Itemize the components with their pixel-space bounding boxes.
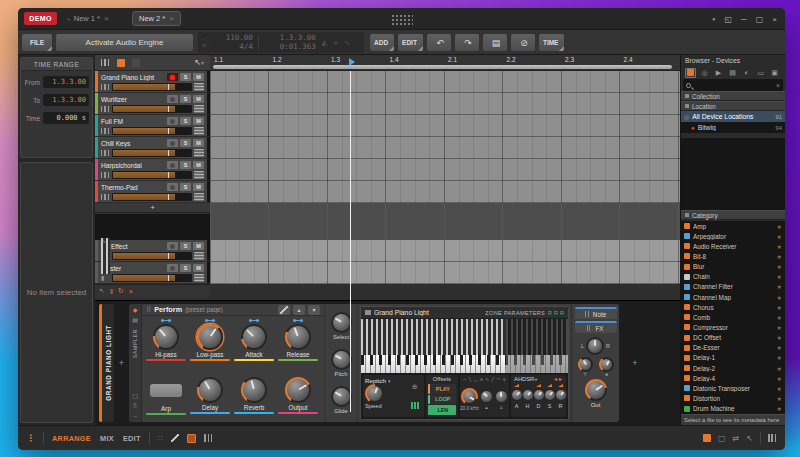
browser-source-icon[interactable]: ▤ <box>727 68 738 78</box>
volume-fader[interactable] <box>112 149 192 157</box>
solo-button[interactable]: S <box>180 161 191 169</box>
keyboard-zone-strip[interactable] <box>361 355 568 373</box>
track-row[interactable]: S1 Effect S M <box>95 240 210 262</box>
track-row[interactable]: Wurlitzer S M <box>95 93 210 115</box>
device-row[interactable]: Compressor ★ <box>681 322 785 332</box>
solo-button[interactable]: S <box>180 95 191 103</box>
volume-fader[interactable] <box>112 105 192 113</box>
favorite-star-icon[interactable]: ★ <box>777 283 782 290</box>
to-field[interactable]: 1.3.3.00 <box>43 94 89 106</box>
track-name[interactable]: Master <box>101 265 165 272</box>
resonance-knob[interactable] <box>481 391 492 402</box>
view-button[interactable]: EDIT <box>123 434 141 443</box>
macro-cell[interactable]: Release <box>276 317 320 368</box>
fx-chain-button[interactable]: FX <box>575 321 617 333</box>
page-down-button[interactable]: ▾ <box>308 305 320 315</box>
favorite-star-icon[interactable]: ★ <box>777 304 782 311</box>
record-arm-button[interactable] <box>167 161 178 169</box>
preset-folder-icon[interactable]: ▤ <box>132 317 138 323</box>
record-arm-button[interactable] <box>167 183 178 191</box>
favorite-star-icon[interactable]: ★ <box>777 294 782 301</box>
favorite-star-icon[interactable]: ★ <box>777 273 782 280</box>
track-row[interactable]: Harpsichordal S M <box>95 159 210 181</box>
favorite-star-icon[interactable]: ★ <box>777 365 782 372</box>
device-row[interactable]: Comb ★ <box>681 312 785 322</box>
device-enable-icon[interactable]: ◆ <box>133 307 138 313</box>
record-arm-button[interactable] <box>167 139 178 147</box>
view-button[interactable]: ARRANGE <box>52 434 91 443</box>
track-grip-icon[interactable] <box>101 59 110 66</box>
automation-toggle-icon[interactable] <box>117 59 125 67</box>
device-row[interactable]: Delay-2 ★ <box>681 363 785 373</box>
track-row[interactable]: Master S M <box>95 262 210 284</box>
tab-new2-active[interactable]: New 2 * × <box>132 11 181 26</box>
browser-source-icon[interactable]: ◐ <box>741 68 752 78</box>
view-button[interactable]: MIX <box>100 434 114 443</box>
collection-section-header[interactable]: Collection <box>681 91 785 101</box>
volume-fader[interactable] <box>112 127 192 135</box>
tempo-display[interactable]: 110.00 4/4 <box>211 34 253 51</box>
favorite-star-icon[interactable]: ★ <box>777 243 782 250</box>
macro-cell[interactable]: Arp <box>144 370 188 421</box>
solo-button[interactable]: S <box>180 117 191 125</box>
zone-bars-icon[interactable] <box>411 402 419 409</box>
global-knob[interactable] <box>333 314 350 331</box>
track-name[interactable]: Thermo-Pad <box>101 184 165 191</box>
volume-fader[interactable] <box>112 252 192 260</box>
zone-icon[interactable]: R <box>560 310 564 316</box>
pointer-tool-icon[interactable]: ↖▾ <box>194 58 204 67</box>
clear-search-icon[interactable]: × <box>776 82 780 89</box>
toolbar-button[interactable]: ▤ <box>483 34 507 51</box>
global-knob-cell[interactable]: Select <box>331 312 352 340</box>
tab-new1[interactable]: ▪ New 1 * × <box>62 11 115 26</box>
window-control-icon[interactable]: ● <box>712 16 716 22</box>
arranger-effect-lanes[interactable] <box>210 240 680 284</box>
close-icon[interactable]: × <box>129 288 133 295</box>
macro-knob[interactable] <box>243 379 265 401</box>
device-track-nameplate[interactable]: GRAND PIANO LIGHT <box>99 304 114 422</box>
output-gain-knob[interactable] <box>587 381 605 399</box>
track-name[interactable]: Harpsichordal <box>101 162 165 169</box>
zone-icon[interactable]: R <box>548 310 552 316</box>
toolbar-button[interactable]: EDIT <box>398 34 423 51</box>
display-toggle-icon[interactable]: ▢ <box>132 393 138 399</box>
browser-source-icon[interactable]: ◎ <box>699 68 710 78</box>
device-row[interactable]: Diatonic Transposer ★ <box>681 383 785 393</box>
macro-knob[interactable] <box>287 326 309 348</box>
remote-page-title[interactable]: Perform <box>154 305 182 314</box>
activate-audio-engine-button[interactable]: Activate Audio Engine <box>56 34 193 51</box>
favorite-star-icon[interactable]: ★ <box>777 233 782 240</box>
record-arm-button[interactable] <box>167 73 178 81</box>
tool-icon[interactable] <box>171 434 179 442</box>
add-device-before-button[interactable]: + <box>115 304 128 422</box>
playback-mode-select[interactable]: Repitch ▾ <box>365 377 391 384</box>
window-control-icon[interactable]: ▢ <box>756 15 764 24</box>
envelope-knob-cell[interactable]: H <box>522 384 533 409</box>
crosshair-icon[interactable]: ⊕ <box>412 383 418 391</box>
macro-cell[interactable]: Delay <box>188 370 232 421</box>
window-control-icon[interactable]: ─ <box>741 15 747 24</box>
metronome-icon[interactable]: ◭ <box>322 39 327 47</box>
mute-button[interactable]: M <box>193 264 204 272</box>
grid-icon[interactable] <box>768 434 777 442</box>
favorite-star-icon[interactable]: ★ <box>777 395 782 402</box>
device-row[interactable]: De-Esser ★ <box>681 343 785 353</box>
record-arm-button[interactable] <box>167 242 178 250</box>
device-row[interactable]: Bit-8 ★ <box>681 251 785 261</box>
mixer-panel-toggle-icon[interactable] <box>204 434 213 442</box>
cutoff-knob[interactable] <box>463 390 476 403</box>
favorite-star-icon[interactable]: ★ <box>777 375 782 382</box>
mute-button[interactable]: M <box>193 117 204 125</box>
device-row[interactable]: Delay-4 ★ <box>681 373 785 383</box>
note-chain-button[interactable]: Note <box>575 307 617 319</box>
track-row[interactable]: Full FM S M <box>95 115 210 137</box>
favorite-star-icon[interactable]: ★ <box>777 253 782 260</box>
device-row[interactable]: Arpeggiator ★ <box>681 231 785 241</box>
mute-button[interactable]: M <box>193 183 204 191</box>
drag-handle-icon[interactable]: ⠿ <box>146 306 151 314</box>
envelope-knob-cell[interactable]: S <box>544 384 555 409</box>
record-arm-button[interactable] <box>167 95 178 103</box>
sample-waveform[interactable] <box>361 319 568 355</box>
velocity-knob[interactable] <box>601 359 612 370</box>
track-menu-icon[interactable] <box>194 105 204 113</box>
